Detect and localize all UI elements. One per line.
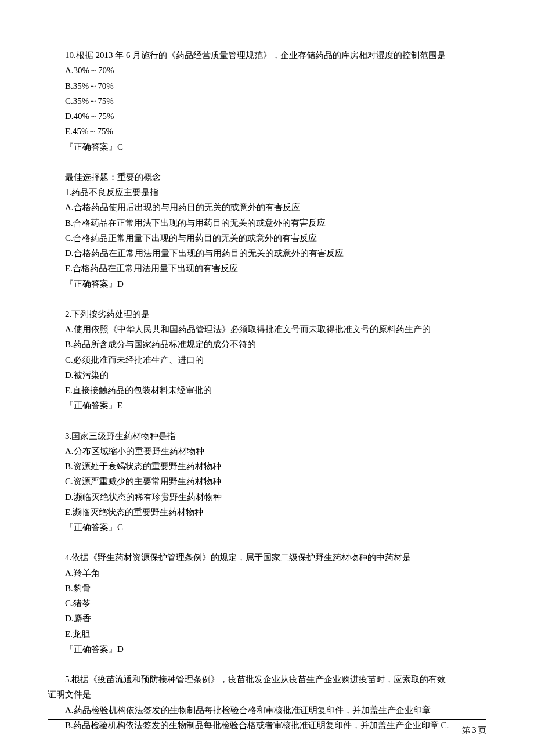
q4-option-b: B.豹骨	[48, 581, 486, 596]
q1-option-b: B.合格药品在正常用法下出现的与用药目的无关的或意外的有害反应	[48, 215, 486, 231]
q4-stem: 4.依据《野生药材资源保护管理条例》的规定，属于国家二级保护野生药材物种的中药材…	[48, 550, 486, 565]
q3-option-a: A.分布区域缩小的重要野生药材物种	[48, 444, 486, 459]
question-3: 3.国家三级野生药材物种是指 A.分布区域缩小的重要野生药材物种 B.资源处于衰…	[48, 429, 486, 535]
q2-option-e: E.直接接触药品的包装材料未经审批的	[48, 383, 486, 398]
q3-stem: 3.国家三级野生药材物种是指	[48, 429, 486, 444]
question-1: 最佳选择题：重要的概念 1.药品不良反应主要是指 A.合格药品使用后出现的与用药…	[48, 170, 486, 291]
question-10: 10.根据 2013 年 6 月施行的《药品经营质量管理规范》，企业存储药品的库…	[48, 48, 486, 154]
q2-answer: 『正确答案』E	[48, 398, 486, 413]
q10-option-d: D.40%～75%	[48, 109, 486, 124]
q10-stem: 10.根据 2013 年 6 月施行的《药品经营质量管理规范》，企业存储药品的库…	[48, 48, 486, 63]
q4-option-c: C.猪苓	[48, 596, 486, 611]
q1-option-d: D.合格药品在正常用法用量下出现的与用药目的无关的或意外的有害反应	[48, 246, 486, 261]
q10-answer: 『正确答案』C	[48, 139, 486, 154]
q4-option-e: E.龙胆	[48, 627, 486, 642]
q3-option-b: B.资源处于衰竭状态的重要野生药材物种	[48, 459, 486, 474]
q4-option-a: A.羚羊角	[48, 566, 486, 581]
q1-option-e: E.合格药品在正常用法用量下出现的有害反应	[48, 261, 486, 276]
q5-option-a: A.药品检验机构依法签发的生物制品每批检验合格和审核批准证明复印件，并加盖生产企…	[48, 703, 486, 718]
q5-stem-line2: 证明文件是	[48, 687, 486, 702]
q2-option-c: C.必须批准而未经批准生产、进口的	[48, 352, 486, 368]
q2-option-a: A.使用依照《中华人民共和国药品管理法》必须取得批准文号而未取得批准文号的原料药…	[48, 322, 486, 337]
q2-option-d: D.被污染的	[48, 368, 486, 383]
page-number: 第 3 页	[462, 723, 486, 738]
q2-stem: 2.下列按劣药处理的是	[48, 307, 486, 322]
q1-option-a: A.合格药品使用后出现的与用药目的无关的或意外的有害反应	[48, 200, 486, 215]
q3-option-c: C.资源严重减少的主要常用野生药材物种	[48, 474, 486, 489]
q3-answer: 『正确答案』C	[48, 520, 486, 535]
q3-option-d: D.濒临灭绝状态的稀有珍贵野生药材物种	[48, 489, 486, 505]
q1-answer: 『正确答案』D	[48, 276, 486, 291]
q3-option-e: E.濒临灭绝状态的重要野生药材物种	[48, 505, 486, 520]
q10-option-a: A.30%～70%	[48, 63, 486, 78]
question-4: 4.依据《野生药材资源保护管理条例》的规定，属于国家二级保护野生药材物种的中药材…	[48, 550, 486, 657]
section-header: 最佳选择题：重要的概念	[48, 170, 486, 185]
q1-option-c: C.合格药品正常用量下出现的与用药目的无关的或意外的有害反应	[48, 231, 486, 246]
q10-option-e: E.45%～75%	[48, 124, 486, 139]
q4-option-d: D.麝香	[48, 611, 486, 626]
q4-answer: 『正确答案』D	[48, 642, 486, 657]
footer-divider	[48, 719, 486, 720]
question-5: 5.根据《疫苗流通和预防接种管理条例》，疫苗批发企业从疫苗生产企业购进疫苗时，应…	[48, 672, 486, 733]
q10-option-b: B.35%～70%	[48, 78, 486, 93]
q10-option-c: C.35%～75%	[48, 93, 486, 109]
q5-stem-line1: 5.根据《疫苗流通和预防接种管理条例》，疫苗批发企业从疫苗生产企业购进疫苗时，应…	[48, 672, 486, 687]
question-2: 2.下列按劣药处理的是 A.使用依照《中华人民共和国药品管理法》必须取得批准文号…	[48, 307, 486, 413]
q1-stem: 1.药品不良反应主要是指	[48, 185, 486, 200]
q2-option-b: B.药品所含成分与国家药品标准规定的成分不符的	[48, 337, 486, 352]
